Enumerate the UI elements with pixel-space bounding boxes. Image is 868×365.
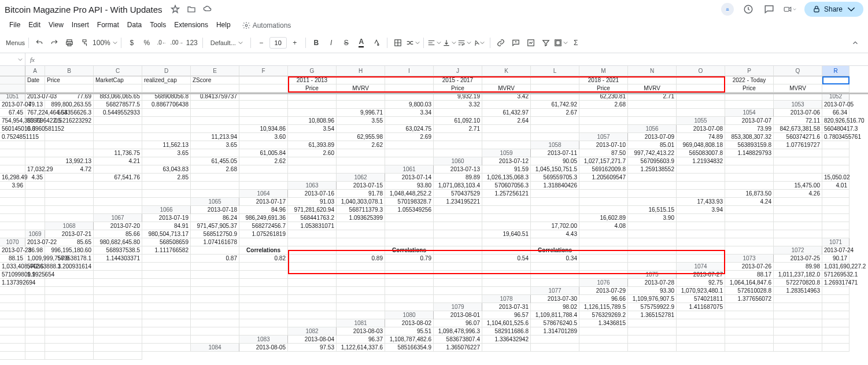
cell[interactable]: 4.21 — [94, 157, 142, 165]
cell[interactable]: 2.85 — [142, 174, 191, 182]
cell[interactable]: 1.137392694 — [0, 279, 25, 287]
cell[interactable] — [482, 206, 531, 214]
cell[interactable]: 17,032.29 — [25, 165, 45, 174]
cell[interactable] — [142, 255, 191, 263]
cell[interactable] — [25, 303, 45, 311]
cell[interactable]: 2013-07-24 — [822, 246, 849, 255]
cell[interactable]: 570607056.3 — [482, 182, 531, 190]
cell[interactable] — [482, 133, 531, 141]
header-cell[interactable] — [628, 76, 677, 84]
cell[interactable]: 572610028.8 — [725, 287, 774, 295]
cell[interactable]: 2013-07-11 — [531, 149, 579, 157]
cell[interactable]: 0.82 — [239, 255, 288, 263]
cell[interactable] — [725, 327, 774, 335]
cell[interactable]: 560145016.3 — [0, 125, 25, 133]
cell[interactable] — [774, 295, 822, 303]
cell[interactable]: 568937538.5 — [94, 246, 142, 255]
cell[interactable] — [337, 125, 385, 133]
name-box[interactable] — [0, 53, 25, 65]
cell[interactable] — [822, 190, 849, 198]
col-header-O[interactable]: O — [677, 66, 725, 76]
cell[interactable] — [239, 117, 288, 125]
subheader-cell[interactable]: MVRV — [774, 84, 822, 93]
cell[interactable]: 11,213.94 — [191, 133, 239, 141]
cell[interactable] — [191, 246, 239, 255]
cell[interactable] — [774, 214, 822, 222]
cell[interactable]: 0.79 — [385, 255, 434, 263]
cell[interactable]: 88.17 — [725, 271, 774, 279]
cell[interactable] — [725, 165, 774, 174]
cell[interactable]: 3.55 — [337, 117, 385, 125]
cell[interactable]: 1,109,976,907.5 — [628, 295, 677, 303]
cell[interactable]: 86.98 — [25, 246, 45, 255]
menu-help[interactable]: Help — [213, 20, 234, 31]
cell[interactable] — [288, 174, 337, 182]
cell[interactable] — [774, 311, 822, 319]
cell[interactable] — [337, 311, 385, 319]
cell[interactable] — [822, 295, 849, 303]
cell[interactable]: 576329269.2 — [579, 311, 628, 319]
move-folder-icon[interactable] — [186, 4, 197, 14]
cell[interactable] — [191, 287, 239, 295]
cell[interactable] — [385, 271, 434, 279]
cell[interactable]: 569162009.8 — [579, 165, 628, 174]
col-header-R[interactable]: R — [822, 66, 849, 76]
cell[interactable] — [579, 182, 628, 190]
cell[interactable]: 568711379.3 — [337, 206, 385, 214]
cell[interactable] — [25, 222, 45, 230]
cell[interactable] — [531, 279, 579, 287]
cell[interactable]: 89.98 — [774, 263, 822, 271]
cell[interactable]: 16,602.89 — [579, 214, 628, 222]
cell[interactable] — [191, 335, 239, 344]
cell[interactable]: 2013-07-18 — [191, 206, 239, 214]
cell[interactable]: 2013-07-16 — [288, 190, 337, 198]
cell[interactable] — [579, 246, 628, 255]
row-header[interactable]: 1076 — [579, 279, 628, 287]
cell[interactable] — [142, 319, 191, 327]
cell[interactable]: 2013-07-07 — [725, 117, 774, 125]
doc-title[interactable]: Bitcoin Magazine Pro API - With Updates — [5, 5, 162, 14]
cell[interactable] — [531, 238, 579, 246]
cell[interactable]: 560480417.3 — [822, 125, 849, 133]
cell[interactable]: 1.283514963 — [774, 287, 822, 295]
cell[interactable]: 2013-07-09 — [628, 133, 677, 141]
cell[interactable]: 2013-07-10 — [579, 141, 628, 149]
share-button[interactable]: Share — [804, 2, 863, 17]
cell[interactable] — [434, 255, 482, 263]
cell[interactable]: 85.65 — [45, 238, 94, 246]
cell[interactable]: 1.077619727 — [774, 141, 822, 149]
cell[interactable] — [531, 214, 579, 222]
cell[interactable] — [239, 327, 288, 335]
cell[interactable] — [94, 182, 142, 190]
cell[interactable]: 62,955.98 — [337, 133, 385, 141]
cell[interactable] — [0, 141, 25, 149]
cell[interactable]: 980,682,645.80 — [94, 238, 142, 246]
cell[interactable] — [628, 174, 677, 182]
cell[interactable] — [25, 198, 45, 206]
cell[interactable] — [25, 157, 45, 165]
cell[interactable] — [239, 165, 288, 174]
cell[interactable] — [434, 133, 482, 141]
cell[interactable]: 0.87 — [191, 255, 239, 263]
cell[interactable]: 980,504,713.17 — [142, 230, 191, 238]
cell[interactable] — [45, 141, 94, 149]
cell[interactable] — [482, 279, 531, 287]
cell[interactable]: 1.336432942 — [482, 335, 531, 344]
cell[interactable] — [25, 327, 45, 335]
cell[interactable] — [677, 174, 725, 182]
cell[interactable] — [288, 311, 337, 319]
cell[interactable] — [677, 222, 725, 230]
print-icon[interactable] — [62, 36, 76, 50]
cell[interactable] — [677, 246, 725, 255]
cell[interactable] — [774, 344, 822, 352]
cell[interactable]: 11,736.75 — [94, 149, 142, 157]
cell[interactable]: 559696422.5 — [25, 117, 45, 125]
cell[interactable]: 3.94 — [677, 206, 725, 214]
col-header-D[interactable]: D — [142, 66, 191, 76]
cell[interactable] — [94, 165, 142, 174]
row-header[interactable]: 1056 — [628, 125, 677, 133]
merge-icon[interactable] — [406, 36, 420, 50]
cell[interactable]: 0.6960581152 — [25, 125, 45, 133]
cell[interactable]: 16,873.50 — [725, 190, 774, 198]
header-cell[interactable] — [822, 76, 849, 84]
